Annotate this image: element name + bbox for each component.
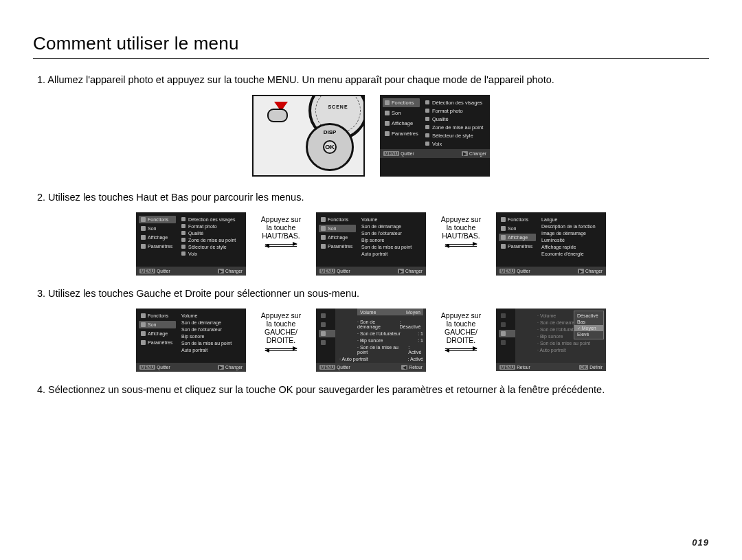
menu-item-fonctions: Fonctions xyxy=(383,98,420,107)
menu-screenshot-r2-b: Fonctions Son Affichage Paramètres Volum… xyxy=(316,212,426,276)
menu-screenshot-r3-b: VolumeMoyen Son de démarrage: Désactivé … xyxy=(316,309,426,372)
step-1: 1. Allumez l'appareil photo et appuyez s… xyxy=(37,74,709,85)
ok-button-icon: OK xyxy=(323,140,337,154)
menu-screenshot-r2-c: Fonctions Son Affichage Paramètres Langu… xyxy=(496,212,606,276)
manual-page: Comment utiliser le menu 1. Allumez l'ap… xyxy=(0,0,742,560)
step-3: 3. Utilisez les touches Gauche et Droite… xyxy=(37,288,709,299)
arrow-label-gauchedroite-2: Appuyez surla toucheGAUCHE/DROITE. xyxy=(434,309,488,351)
menu-screenshot-r3-a: Fonctions Son Affichage Paramètres Volum… xyxy=(136,309,246,372)
gear-icon xyxy=(385,131,390,136)
volume-popup: Désactivé Bas Moyen Elevé xyxy=(574,311,604,339)
display-icon xyxy=(385,121,390,126)
camera-icon xyxy=(385,100,390,105)
menu-screenshot-r3-c: Volume Son de démarrage Son de l'obturat… xyxy=(496,309,606,371)
row-1: SCENE DISP OK Fonctions Son Affichage Pa… xyxy=(33,95,709,177)
arrow-label-hautbas-2: Appuyez surla toucheHAUT/BAS. xyxy=(434,212,488,247)
page-title: Comment utiliser le menu xyxy=(33,33,709,54)
step-2: 2. Utilisez les touches Haut et Bas pour… xyxy=(37,192,709,203)
arrow-label-gauchedroite-1: Appuyez surla toucheGAUCHE/DROITE. xyxy=(254,309,308,351)
camera-illustration: SCENE DISP OK xyxy=(252,95,365,177)
menu-screenshot-r2-a: Fonctions Son Affichage Paramètres Détec… xyxy=(136,212,246,276)
step-4: 4. Sélectionnez un sous-menu et cliquez … xyxy=(37,384,709,395)
menu-item-parametres: Paramètres xyxy=(383,129,420,138)
sound-icon xyxy=(321,331,326,336)
arrow-right-icon xyxy=(265,244,297,245)
row-3: Fonctions Son Affichage Paramètres Volum… xyxy=(33,309,709,372)
popup-selected: Moyen xyxy=(574,325,603,331)
row-2: Fonctions Son Affichage Paramètres Détec… xyxy=(33,212,709,276)
arrow-left-icon xyxy=(265,246,297,247)
sound-icon xyxy=(385,111,390,115)
menu-button-icon xyxy=(267,109,288,122)
arrow-label-hautbas-1: Appuyez surla toucheHAUT/BAS. xyxy=(254,212,308,247)
menu-item-son: Son xyxy=(383,109,420,117)
menu-screenshot-fonctions: Fonctions Son Affichage Paramètres Détec… xyxy=(380,95,490,177)
menu-item-affichage: Affichage xyxy=(383,119,420,128)
dpad-icon: DISP OK xyxy=(306,123,354,171)
title-rule xyxy=(33,58,709,59)
page-number: 019 xyxy=(692,537,709,548)
